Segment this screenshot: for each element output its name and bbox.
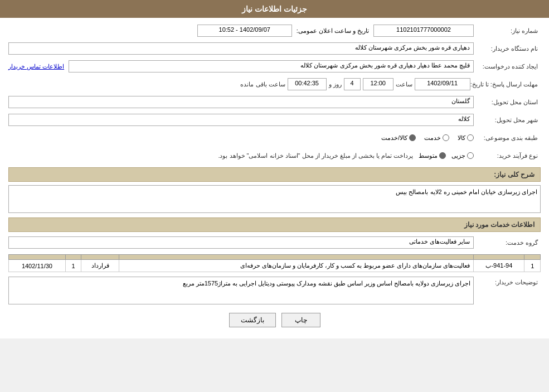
city-label: شهر محل تحویل: [474, 117, 541, 124]
service-group-value: سایر فعالیت‌های خدماتی [8, 236, 474, 249]
process-note: پرداخت تمام یا بخشی از مبلغ خریدار از مح… [218, 152, 413, 159]
service-group-row: گروه خدمت: سایر فعالیت‌های خدماتی [8, 235, 541, 250]
cell-qty: 1 [65, 260, 81, 272]
need-desc-header: شرح کلی نیاز: [8, 167, 541, 182]
buyer-org-value: دهیاری قره شور بخش مرکزی شهرستان کلاله [8, 42, 474, 55]
services-header: اطلاعات خدمات مورد نیاز [8, 217, 541, 232]
deadline-day-label: روز و [329, 81, 342, 88]
services-table-container: 1 941-94-ب فعالیت‌های سازمان‌های دارای ع… [8, 254, 541, 272]
deadline-date: 1402/09/11 [415, 78, 470, 90]
cell-unit: قرارداد [81, 260, 119, 272]
process-medium-label: متوسط [419, 152, 438, 159]
process-medium-radio[interactable] [439, 152, 446, 159]
col-unit [81, 255, 119, 260]
process-row: نوع فرآیند خرید: جزیی متوسط پرداخت تمام … [8, 148, 541, 163]
creator-value: قلیچ محمد عطا دهیار دهیاری قره شور بخش م… [69, 60, 474, 72]
process-part-label: جزیی [451, 152, 465, 159]
cell-name: فعالیت‌های سازمان‌های دارای عضو مربوط به… [119, 260, 474, 272]
creator-row: ایجاد کننده درخواست: قلیچ محمد عطا دهیار… [8, 59, 541, 74]
process-medium-item[interactable]: متوسط [419, 152, 446, 159]
category-label: طبقه بندی موضوعی: [474, 134, 541, 142]
category-row: طبقه بندی موضوعی: کالا خدمت کالا/خدمت [8, 130, 541, 145]
col-code [474, 255, 524, 260]
service-group-label: گروه خدمت: [474, 239, 541, 246]
city-value: کلاله [8, 114, 474, 126]
col-row [524, 255, 541, 260]
deadline-remaining: 00:42:35 [288, 78, 327, 90]
action-buttons: چاپ بازگشت [8, 313, 541, 327]
process-part-item[interactable]: جزیی [451, 152, 474, 159]
need-number-value: 1102101777000002 [373, 25, 474, 37]
need-desc-header-text: شرح کلی نیاز: [494, 171, 535, 178]
process-options: جزیی متوسط پرداخت تمام یا بخشی از مبلغ خ… [8, 152, 474, 159]
category-goods-service-item[interactable]: کالا/خدمت [381, 134, 416, 142]
deadline-row: مهلت ارسال پاسخ: تا تاریخ: 1402/09/11 سا… [8, 77, 541, 91]
deadline-remaining-label: ساعت باقی مانده [240, 81, 285, 88]
cell-code: 941-94-ب [474, 260, 524, 272]
category-goods-service-label: کالا/خدمت [381, 134, 407, 142]
announce-date-label: تاریخ و ساعت اعلان عمومی: [297, 27, 369, 35]
need-desc-container: اجرای زیرسازی خیابان امام خمینی ره 2لایه… [8, 185, 541, 213]
need-number-row: شماره نیاز: 1102101777000002 تاریخ و ساع… [8, 23, 541, 38]
buyer-org-label: نام دستگاه خریدار: [474, 45, 541, 52]
province-label: استان محل تحویل: [474, 99, 541, 106]
category-goods-service-radio[interactable] [409, 134, 416, 141]
province-value: گلستان [8, 96, 474, 108]
announce-date-value: 1402/09/07 - 10:52 [197, 25, 292, 37]
buyer-notes-label: توضیحات خریدار: [474, 277, 541, 286]
process-label: نوع فرآیند خرید: [474, 152, 541, 159]
col-qty [65, 255, 81, 260]
buyer-org-row: نام دستگاه خریدار: دهیاری قره شور بخش مر… [8, 41, 541, 56]
page-title: جزئیات اطلاعات نیاز [242, 4, 307, 13]
print-button[interactable]: چاپ [281, 313, 320, 327]
deadline-label: مهلت ارسال پاسخ: تا تاریخ: [470, 81, 541, 88]
services-table: 1 941-94-ب فعالیت‌های سازمان‌های دارای ع… [8, 254, 541, 272]
category-goods-radio[interactable] [467, 134, 474, 141]
category-service-item[interactable]: خدمت [424, 134, 449, 142]
category-radio-group: کالا خدمت کالا/خدمت [8, 134, 474, 142]
process-part-radio[interactable] [467, 152, 474, 159]
contact-link[interactable]: اطلاعات تماس خریدار [8, 63, 64, 70]
category-service-label: خدمت [424, 134, 441, 142]
col-date [9, 255, 66, 260]
cell-date: 1402/11/30 [9, 260, 66, 272]
buyer-notes-row: توضیحات خریدار: اجرای زیرسازی دولایه بام… [8, 277, 541, 304]
category-goods-label: کالا [458, 134, 465, 142]
deadline-time: 12:00 [363, 78, 393, 90]
col-name [119, 255, 474, 260]
category-goods-item[interactable]: کالا [458, 134, 474, 142]
services-header-text: اطلاعات خدمات مورد نیاز [464, 221, 535, 229]
table-row: 1 941-94-ب فعالیت‌های سازمان‌های دارای ع… [9, 260, 541, 272]
deadline-day: 4 [344, 78, 361, 90]
province-row: استان محل تحویل: گلستان [8, 95, 541, 109]
back-button[interactable]: بازگشت [229, 313, 276, 327]
buyer-notes-value: اجرای زیرسازی دولایه بامصالح اساس وزیر ا… [8, 277, 474, 304]
category-service-radio[interactable] [443, 134, 449, 141]
page-header: جزئیات اطلاعات نیاز [0, 0, 549, 18]
city-row: شهر محل تحویل: کلاله [8, 113, 541, 127]
deadline-time-label: ساعت [396, 81, 412, 88]
need-desc-value: اجرای زیرسازی خیابان امام خمینی ره 2لایه… [8, 185, 541, 213]
cell-row: 1 [524, 260, 541, 272]
creator-label: ایجاد کننده درخواست: [474, 63, 541, 70]
need-number-label: شماره نیاز: [474, 27, 541, 35]
